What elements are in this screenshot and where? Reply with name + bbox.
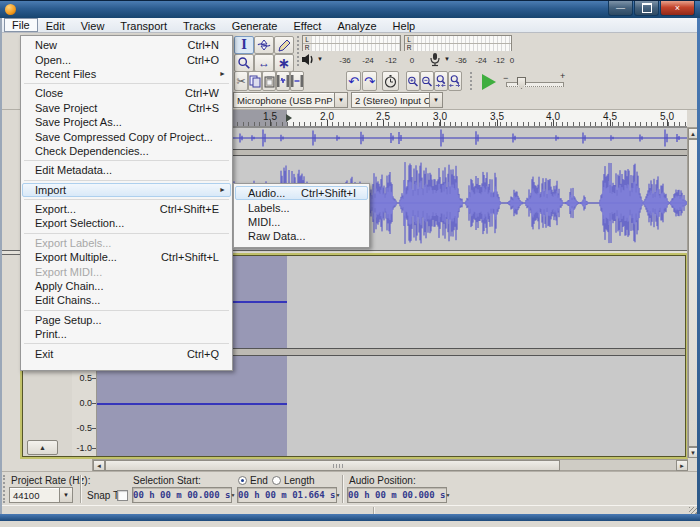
selection-toolbar-grip[interactable] — [3, 475, 8, 503]
menu-item-export[interactable]: Export...Ctrl+Shift+E — [22, 202, 231, 216]
menu-item-label: Open... — [35, 54, 175, 66]
zoom-tool-button[interactable] — [234, 54, 254, 72]
transcription-toolbar-grip[interactable] — [470, 72, 475, 90]
menu-item-midi[interactable]: MIDI... — [235, 215, 368, 229]
redo-button[interactable]: ↷ — [362, 71, 377, 91]
menu-item-open[interactable]: Open...Ctrl+O — [22, 52, 231, 66]
maximize-button[interactable] — [634, 1, 659, 16]
snap-to-checkbox[interactable] — [117, 490, 128, 501]
input-channels-select[interactable]: 2 (Stereo) Input C ▼ — [351, 92, 443, 108]
playback-meter[interactable]: L R — [302, 35, 401, 51]
menubar-item-view[interactable]: View — [73, 18, 113, 32]
input-channels-dropdown-icon[interactable]: ▼ — [429, 93, 442, 107]
menu-item-save-project[interactable]: Save ProjectCtrl+S — [22, 101, 231, 115]
track2-collapse-button[interactable]: ▲ — [27, 440, 58, 455]
menubar-item-effect[interactable]: Effect — [286, 18, 330, 32]
scroll-left-button[interactable]: ◄ — [93, 460, 105, 471]
recording-meter[interactable]: L R — [404, 35, 512, 51]
menu-item-export-selection[interactable]: Export Selection... — [22, 216, 231, 230]
paste-button[interactable] — [262, 71, 276, 91]
menu-item-recent-files[interactable]: Recent Files► — [22, 67, 231, 81]
timeshift-tool-button[interactable]: ↔ — [254, 54, 274, 72]
track2-channel2[interactable] — [97, 356, 687, 456]
project-rate-dropdown-icon[interactable]: ▼ — [59, 488, 72, 502]
menubar-item-edit[interactable]: Edit — [38, 18, 73, 32]
menu-item-save-project-as[interactable]: Save Project As... — [22, 115, 231, 129]
length-radio[interactable] — [272, 476, 281, 485]
copy-icon — [249, 75, 261, 88]
menu-item-export-multiple[interactable]: Export Multiple...Ctrl+Shift+L — [22, 250, 231, 264]
end-radio[interactable] — [238, 476, 247, 485]
menu-item-apply-chain[interactable]: Apply Chain... — [22, 279, 231, 293]
undo-button[interactable]: ↶ — [346, 71, 361, 91]
selection-end-field[interactable]: 00 h 00 m 01.664 s ▼ — [237, 487, 337, 503]
menubar-item-file[interactable]: File — [4, 18, 38, 32]
recording-meter-dropdown[interactable]: ▼ — [444, 56, 450, 62]
menu-item-save-compressed-copy-of-project[interactable]: Save Compressed Copy of Project... — [22, 129, 231, 143]
selection-start-field[interactable]: 00 h 00 m 00.000 s ▼ — [132, 487, 232, 503]
project-rate-select[interactable]: 44100 ▼ — [9, 487, 73, 503]
fit-selection-button[interactable] — [434, 71, 448, 91]
cut-button[interactable]: ✂ — [234, 71, 248, 91]
amplitude-label: 0.0 — [79, 398, 92, 408]
horizontal-scroll-thumb[interactable] — [105, 460, 560, 471]
menubar-item-help[interactable]: Help — [385, 18, 424, 32]
selection-tool-button[interactable]: I — [234, 36, 254, 54]
audio-position-dropdown-icon[interactable]: ▼ — [446, 492, 451, 498]
speaker-icon[interactable] — [301, 53, 315, 66]
fit-selection-icon — [435, 74, 447, 88]
copy-button[interactable] — [248, 71, 262, 91]
draw-tool-button[interactable] — [274, 36, 294, 54]
menubar-item-tracks[interactable]: Tracks — [175, 18, 224, 32]
menu-item-close[interactable]: CloseCtrl+W — [22, 86, 231, 100]
menu-item-import[interactable]: Import► — [22, 183, 231, 197]
audio-position-field[interactable]: 00 h 00 m 00.000 s ▼ — [347, 487, 447, 503]
zoom-in-button[interactable] — [406, 71, 420, 91]
multi-tool-button[interactable]: ∗ — [274, 54, 294, 72]
menubar-item-transport[interactable]: Transport — [112, 18, 175, 32]
input-channels-value: 2 (Stereo) Input C — [352, 95, 429, 106]
sync-lock-button[interactable] — [382, 71, 399, 91]
menu-item-page-setup[interactable]: Page Setup... — [22, 313, 231, 327]
menu-item-audio[interactable]: Audio...Ctrl+Shift+I — [235, 186, 368, 200]
zoom-out-button[interactable] — [420, 71, 434, 91]
playback-speed-slider[interactable] — [506, 82, 564, 87]
menu-item-export-labels[interactable]: Export Labels... — [22, 236, 231, 250]
menu-item-new[interactable]: NewCtrl+N — [22, 38, 231, 52]
menu-item-edit-metadata[interactable]: Edit Metadata... — [22, 163, 231, 177]
menu-item-check-dependencies[interactable]: Check Dependencies... — [22, 144, 231, 158]
menubar-item-generate[interactable]: Generate — [224, 18, 286, 32]
close-icon: × — [675, 4, 680, 13]
menu-item-exit[interactable]: ExitCtrl+Q — [22, 346, 231, 360]
microphone-icon[interactable] — [429, 52, 441, 67]
silence-audio-button[interactable] — [290, 71, 304, 91]
selection-end-dropdown-icon[interactable]: ▼ — [336, 492, 341, 498]
horizontal-scrollbar[interactable]: ◄ ► — [92, 459, 688, 471]
selection-start-dropdown-icon[interactable]: ▼ — [231, 492, 236, 498]
menu-item-label: Export MIDI... — [35, 266, 219, 278]
selection-edge-marker — [286, 114, 292, 122]
envelope-tool-button[interactable] — [254, 36, 274, 54]
zoom-in-icon — [407, 75, 419, 88]
scroll-right-button[interactable]: ► — [676, 460, 688, 471]
meter-scale-label: -24 — [475, 56, 487, 65]
minimize-button[interactable]: — — [608, 1, 633, 16]
input-device-dropdown-icon[interactable]: ▼ — [334, 93, 347, 107]
menu-item-labels[interactable]: Labels... — [235, 200, 368, 214]
trim-audio-button[interactable] — [276, 71, 290, 91]
input-device-select[interactable]: Microphone (USB PnP Sound D ▼ — [233, 92, 348, 108]
resize-grip[interactable] — [689, 507, 697, 514]
track2-ch2-selection — [97, 356, 287, 456]
amplitude-label: -1.0 — [76, 443, 92, 453]
playback-meter-dropdown[interactable]: ▼ — [317, 56, 323, 62]
menu-item-print[interactable]: Print... — [22, 327, 231, 341]
menubar-item-analyze[interactable]: Analyze — [329, 18, 384, 32]
menu-item-export-midi[interactable]: Export MIDI... — [22, 264, 231, 278]
play-at-speed-button[interactable] — [478, 72, 500, 91]
close-button[interactable]: × — [660, 1, 695, 16]
menu-item-raw-data[interactable]: Raw Data... — [235, 229, 368, 243]
fit-project-button[interactable] — [448, 71, 462, 91]
title-bar[interactable]: — × — [0, 0, 700, 18]
vertical-scrollbar[interactable]: ▲ ▼ — [687, 127, 697, 458]
menu-item-edit-chains[interactable]: Edit Chains... — [22, 293, 231, 307]
